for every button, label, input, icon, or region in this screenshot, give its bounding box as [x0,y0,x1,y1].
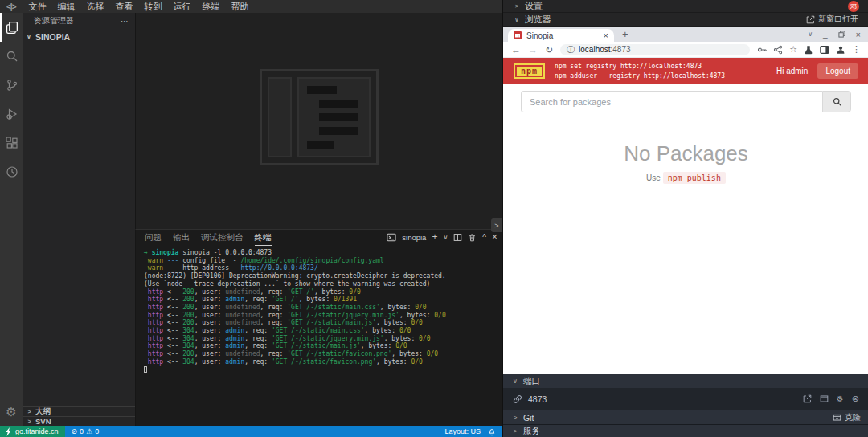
tab-close-icon[interactable]: × [604,31,608,40]
port-settings-icon[interactable]: ⚙ [837,394,844,403]
logout-button[interactable]: Logout [817,63,858,79]
explorer-sidebar: 资源管理器 ⋯ ∨ SINOPIA > 大纲 > SVN [23,13,135,426]
browser-menu-icon[interactable]: ⋮ [852,44,861,55]
split-terminal-icon[interactable] [453,233,462,242]
terminal-output[interactable]: → sinopia sinopia -l 0.0.0.0:4873 warn -… [144,249,497,423]
keyboard-layout[interactable]: Layout: US [444,427,481,435]
profile-icon[interactable] [836,45,845,55]
outline-label: 大纲 [35,406,51,417]
terminal-line: http <-- 200, user: undefined, req: 'GET… [144,304,497,312]
window-restore-icon[interactable] [838,31,845,38]
chevron-right-icon: > [513,2,521,10]
more-actions-icon[interactable]: ⋯ [121,17,129,26]
side-panel-icon[interactable] [820,45,829,55]
terminal-line: → sinopia sinopia -l 0.0.0.0:4873 [144,249,497,257]
site-info-icon[interactable]: ⓘ [567,44,575,55]
sidebar-section-svn[interactable]: > SVN [23,416,135,426]
beaker-icon[interactable] [804,45,813,55]
open-in-browser-icon[interactable] [803,394,812,403]
terminal-cursor-line [144,366,497,374]
preview-icon[interactable] [820,394,829,403]
menu-terminal[interactable]: 终端 [196,0,225,13]
extensions-icon[interactable] [0,129,23,157]
menu-selection[interactable]: 选择 [80,0,109,13]
panel-expand-icon[interactable]: > [491,218,502,232]
timeline-icon[interactable] [0,157,23,186]
warnings-icon: ⚠ [86,427,92,435]
port-row-4873[interactable]: 4873 ⚙ ⊗ [503,388,868,410]
settings-label: 设置 [525,0,542,12]
maximize-panel-icon[interactable]: ^ [482,233,486,242]
tab-terminal[interactable]: 终端 [255,232,272,246]
npm-logo: npm [514,63,545,79]
avatar[interactable]: 邓 [848,1,859,12]
new-tab-icon[interactable]: + [614,28,637,41]
reload-icon[interactable]: ↻ [545,45,553,55]
menu-help[interactable]: 帮助 [225,0,254,13]
menu-view[interactable]: 查看 [109,0,138,13]
close-panel-icon[interactable]: × [492,231,497,243]
run-debug-icon[interactable] [0,100,23,129]
terminal-dropdown-icon[interactable]: ∨ [443,234,448,241]
editor-area [135,13,502,229]
source-control-icon[interactable] [0,71,23,100]
window-close-icon[interactable]: × [856,30,861,39]
terminal-line: http <-- 200, user: undefined, req: 'GET… [144,312,497,320]
port-number: 4873 [528,394,547,404]
settings-gear-icon[interactable]: ⚙ [0,402,23,423]
svn-label: SVN [35,417,51,426]
terminal-session-name[interactable]: sinopia [402,233,426,242]
kill-terminal-icon[interactable] [468,233,477,242]
clone-button[interactable]: 克隆 [833,412,861,423]
terminal-line: http <-- 304, user: admin, req: 'GET /-/… [144,327,497,335]
menu-go[interactable]: 转到 [138,0,167,13]
menu-edit[interactable]: 编辑 [51,0,80,13]
explorer-icon[interactable] [0,13,23,42]
git-section-header[interactable]: > Git 克隆 [503,410,868,424]
tab-debug-console[interactable]: 调试控制台 [201,232,244,243]
sinopia-favicon [514,31,522,39]
chevron-right-icon: > [26,409,33,415]
chevron-right-icon: > [511,427,519,435]
ports-section-header[interactable]: ∨ 端口 [503,374,868,388]
browser-tab-sinopia[interactable]: Sinopia × [508,29,614,42]
tab-problems[interactable]: 问题 [145,232,162,243]
search-icon[interactable] [0,42,23,71]
chevron-right-icon: > [511,414,519,421]
menu-file[interactable]: 文件 [23,0,51,13]
package-search-button[interactable] [822,91,851,112]
services-section-header[interactable]: > 服务 [503,424,868,437]
open-new-window-button[interactable]: 新窗口打开 [806,14,858,25]
window-minimize-icon[interactable]: _ [823,30,828,39]
sidebar-item-sinopia[interactable]: ∨ SINOPIA [23,29,135,44]
menu-run[interactable]: 运行 [167,0,196,13]
tab-search-icon[interactable]: ∨ [808,31,813,38]
sidebar-section-outline[interactable]: > 大纲 [23,406,135,416]
bookmark-star-icon[interactable]: ☆ [789,44,797,55]
empty-code: npm publish [663,172,726,184]
settings-section-header[interactable]: > 设置 [503,0,868,13]
clone-label: 克隆 [845,412,861,423]
bell-icon[interactable] [488,427,496,436]
problems-indicator[interactable]: ⊘ 0 ⚠ 0 [65,427,106,435]
key-icon[interactable] [757,45,767,55]
terminal-icon [387,233,396,242]
greeting-text: Hi admin [776,67,808,76]
tab-title: Sinopia [526,31,599,40]
chevron-down-icon: ∨ [25,33,33,40]
stop-port-icon[interactable]: ⊗ [852,394,859,404]
npm-cmd-adduser: npm adduser --registry http://localhost:… [555,71,767,81]
address-bar[interactable]: ⓘ localhost:4873 [560,44,750,55]
remote-indicator[interactable]: go.titanide.cn [0,426,65,437]
back-icon[interactable]: ← [511,45,521,55]
services-label: 服务 [523,426,540,437]
clone-icon [833,413,841,422]
search-input[interactable] [521,91,822,112]
url-port: :4873 [611,45,631,54]
new-terminal-icon[interactable]: + [432,231,437,243]
share-icon[interactable] [773,45,783,55]
git-label: Git [523,413,534,423]
browser-section-header[interactable]: ∨ 浏览器 新窗口打开 [503,13,868,27]
tab-output[interactable]: 输出 [173,232,190,243]
open-new-window-icon [806,15,815,24]
